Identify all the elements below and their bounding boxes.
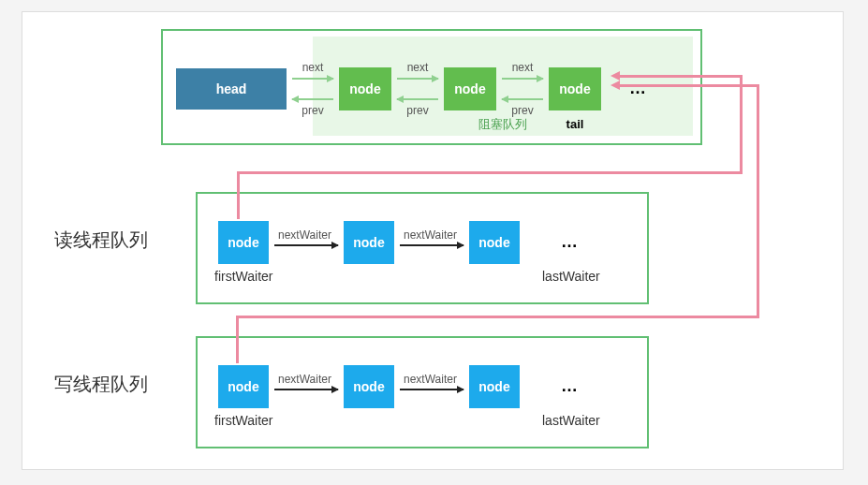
arrow-next-waiter-icon (274, 244, 338, 246)
arrow-next-waiter-icon (400, 244, 463, 246)
write-queue-title: 写线程队列 (54, 372, 148, 397)
arrow-prev-icon (292, 98, 333, 100)
next-label: next (292, 61, 333, 74)
last-waiter-label: lastWaiter (542, 269, 600, 284)
read-queue-panel: node firstWaiter nextWaiter node nextWai… (196, 192, 649, 304)
tail-node: node (549, 67, 601, 110)
arrow-prev-icon (502, 98, 543, 100)
arrow-next-icon (292, 78, 333, 80)
arrow-next-icon (502, 78, 543, 80)
queue-node: node (444, 67, 496, 110)
next-label: next (397, 61, 438, 74)
diagram-canvas: 阻塞队列 head next prev node next prev node … (22, 11, 844, 470)
arrow-next-waiter-icon (400, 389, 463, 390)
head-node: head (176, 68, 287, 110)
read-node: node (344, 221, 394, 264)
next-waiter-label: nextWaiter (404, 228, 457, 242)
prev-label: prev (292, 104, 333, 117)
read-node: node (218, 221, 269, 264)
write-node: node (469, 365, 520, 408)
arrow-next-waiter-icon (274, 389, 338, 390)
ellipsis-icon: … (629, 79, 646, 98)
blocking-queue-label: 阻塞队列 (313, 116, 693, 133)
next-label: next (502, 61, 543, 74)
last-waiter-label: lastWaiter (542, 413, 600, 428)
first-waiter-label: firstWaiter (214, 413, 272, 428)
queue-node: node (339, 67, 391, 110)
read-queue-title: 读线程队列 (54, 228, 148, 253)
read-node: node (469, 221, 520, 264)
write-node: node (344, 365, 394, 408)
next-waiter-label: nextWaiter (278, 228, 331, 242)
write-node: node (218, 365, 269, 408)
tail-label: tail (549, 117, 601, 131)
next-waiter-label: nextWaiter (404, 373, 457, 386)
write-queue-panel: node firstWaiter nextWaiter node nextWai… (196, 336, 649, 448)
blocking-queue-panel: 阻塞队列 head next prev node next prev node … (161, 29, 702, 145)
prev-label: prev (397, 104, 438, 117)
ellipsis-icon: … (561, 376, 578, 396)
arrow-next-icon (397, 78, 438, 80)
prev-label: prev (502, 104, 543, 117)
first-waiter-label: firstWaiter (214, 269, 272, 284)
arrow-prev-icon (397, 98, 438, 100)
next-waiter-label: nextWaiter (278, 373, 331, 386)
ellipsis-icon: … (561, 232, 578, 252)
